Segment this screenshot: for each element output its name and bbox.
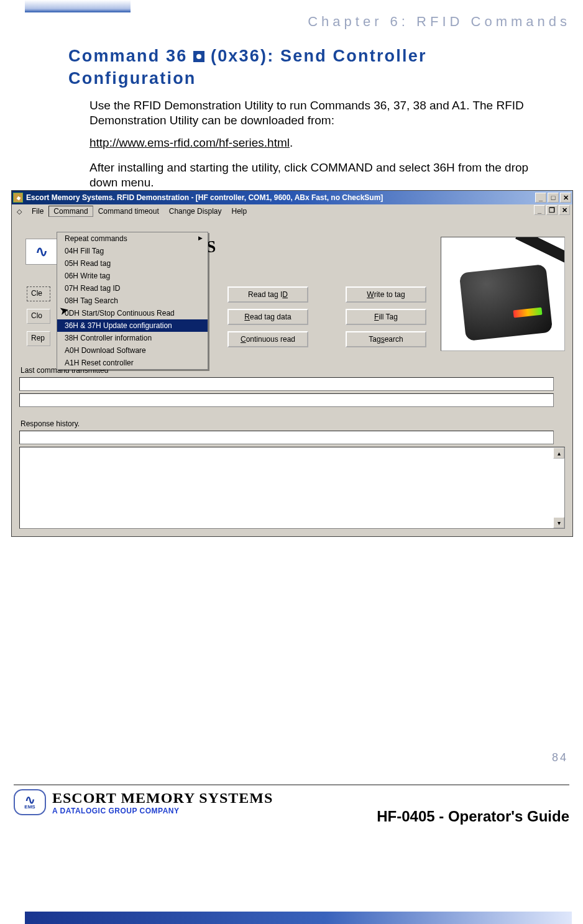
minimize-button[interactable]: _ <box>535 193 546 203</box>
link-period: . <box>290 136 293 149</box>
last-command-field-1[interactable] <box>19 377 554 391</box>
dd-a0h-download-software[interactable]: A0H Download Software <box>57 344 208 357</box>
menu-help[interactable]: Help <box>226 206 252 217</box>
read-tag-data-button[interactable]: Read tag data <box>227 309 308 325</box>
app-window: ◆ Escort Memory Systems. RFID Demonstrat… <box>11 190 573 537</box>
app-system-icon[interactable]: ◆ <box>13 193 23 203</box>
download-link-line: http://www.ems-rfid.com/hf-series.html. <box>90 135 537 150</box>
logo-wave-icon: ∿ <box>25 239 58 265</box>
footer-gradient-bar <box>25 912 572 924</box>
page-number: 84 <box>552 751 568 764</box>
device-body <box>459 264 553 341</box>
write-to-tag-button[interactable]: Write to tag <box>346 286 426 303</box>
dd-05h-read-tag[interactable]: 05H Read tag <box>57 257 208 270</box>
last-command-field-2[interactable] <box>19 393 554 407</box>
title-part1: Command 36 <box>68 47 193 65</box>
menu-file[interactable]: File <box>27 206 48 217</box>
truncated-button-clo[interactable]: Clo <box>27 309 50 324</box>
footer-logo-block: ∿ EMS ESCORT MEMORY SYSTEMS A DATALOGIC … <box>14 789 273 815</box>
titlebar[interactable]: ◆ Escort Memory Systems. RFID Demonstrat… <box>12 191 572 204</box>
maximize-button[interactable]: □ <box>548 193 559 203</box>
mdi-frame: ◇ File Command Command timeout Change Di… <box>13 204 571 535</box>
scroll-up-button[interactable]: ▴ <box>553 447 564 459</box>
menu-change-display[interactable]: Change Display <box>164 206 227 217</box>
fill-tag-button[interactable]: Fill Tag <box>346 309 426 325</box>
command-dropdown: Repeat commands▶ 04H Fill Tag 05H Read t… <box>57 232 208 370</box>
dd-04h-fill-tag[interactable]: 04H Fill Tag <box>57 245 208 257</box>
dd-36h-37h-update-config[interactable]: 36H & 37H Update configuration <box>57 319 208 332</box>
header-gradient-bar <box>25 0 131 12</box>
footer-rule <box>14 784 569 785</box>
continuous-read-button[interactable]: Continuous read <box>227 331 308 347</box>
section-title: Command 36 (0x36): Send Controller Confi… <box>68 45 541 90</box>
footer-logo-subtext: A DATALOGIC GROUP COMPANY <box>52 807 273 815</box>
response-history-field[interactable] <box>19 431 554 444</box>
dd-0dh-continuous-read[interactable]: 0DH Start/Stop Continuous Read <box>57 307 208 319</box>
device-image <box>441 237 565 351</box>
scroll-down-button[interactable]: ▾ <box>553 517 564 528</box>
tag-search-button[interactable]: Tag search <box>346 331 426 347</box>
dd-38h-controller-info[interactable]: 38H Controller information <box>57 332 208 344</box>
mdi-close-button[interactable]: ✕ <box>559 205 570 215</box>
mdi-restore-button[interactable]: ❐ <box>546 205 558 215</box>
dd-repeat-commands[interactable]: Repeat commands▶ <box>57 232 208 245</box>
paragraph-2: After installing and starting the utilit… <box>90 160 537 191</box>
footer-logo-text: ESCORT MEMORY SYSTEMS <box>52 790 273 807</box>
menu-command-timeout[interactable]: Command timeout <box>93 206 164 217</box>
dd-a1h-reset-controller[interactable]: A1H Reset controller <box>57 357 208 369</box>
footer-doc-title: HF-0405 - Operator's Guide <box>377 808 569 825</box>
dd-07h-read-tag-id[interactable]: 07H Read tag ID <box>57 282 208 295</box>
titlebar-text: Escort Memory Systems. RFID Demonstratio… <box>26 193 535 202</box>
dd-08h-tag-search[interactable]: 08H Tag Search <box>57 295 208 307</box>
menubar: ◇ File Command Command timeout Change Di… <box>13 204 571 218</box>
read-tag-id-button[interactable]: Read tag ID <box>227 286 308 303</box>
square-bullet-icon <box>193 51 204 62</box>
mdi-child-icon[interactable]: ◇ <box>14 206 24 216</box>
truncated-button-cle[interactable]: Cle <box>27 286 50 301</box>
menu-command[interactable]: Command <box>48 206 93 217</box>
submenu-arrow-icon: ▶ <box>198 235 203 241</box>
chapter-header: Chapter 6: RFID Commands <box>308 14 571 30</box>
mdi-minimize-button[interactable]: _ <box>534 205 545 215</box>
download-link[interactable]: http://www.ems-rfid.com/hf-series.html <box>90 136 290 149</box>
truncated-button-rep[interactable]: Rep <box>27 331 50 346</box>
close-button[interactable]: ✕ <box>560 193 571 203</box>
response-history-label: Response history. <box>21 419 80 428</box>
dd-06h-write-tag[interactable]: 06H Write tag <box>57 270 208 282</box>
response-history-textarea[interactable]: ▴ ▾ <box>19 447 565 529</box>
paragraph-1: Use the RFID Demonstration Utility to ru… <box>90 98 537 129</box>
footer-logo-icon: ∿ EMS <box>14 789 46 815</box>
